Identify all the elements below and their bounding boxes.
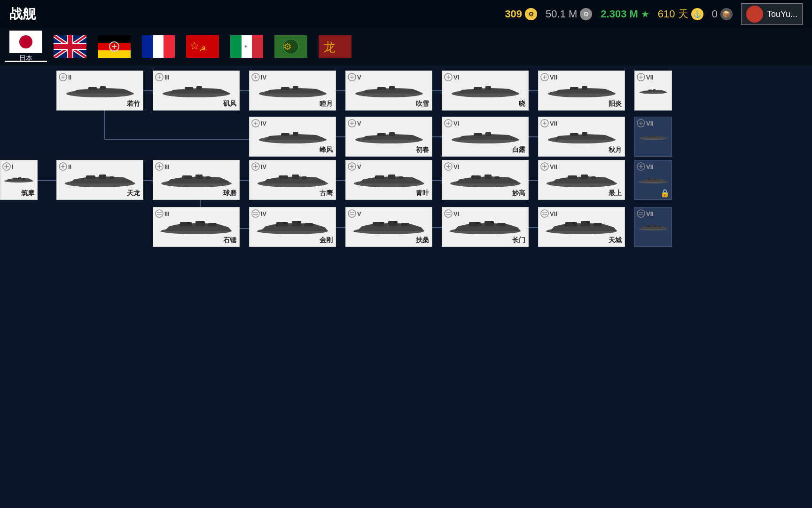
svg-point-192 [544, 166, 546, 167]
svg-point-172 [351, 166, 353, 167]
tier-badge: IV [251, 119, 266, 127]
tab-italy[interactable]: ✦ [226, 32, 268, 62]
ship-card-秋月[interactable]: VII 秋月 [538, 117, 625, 157]
connector-line [240, 90, 249, 91]
ship-card-天龙[interactable]: II 天龙 [56, 160, 143, 200]
account-box[interactable]: TouYu... [741, 3, 803, 25]
connector-line [432, 90, 442, 91]
ship-card-晓[interactable]: VI 晓 [442, 71, 529, 111]
svg-rect-46 [185, 87, 193, 90]
tier-text: VII [646, 74, 654, 81]
ship-silhouette [252, 217, 333, 235]
svg-rect-207 [657, 179, 659, 180]
svg-rect-102 [377, 133, 386, 136]
tier-text: IV [261, 210, 266, 217]
ship-card-妙高[interactable]: VI 妙高 [442, 160, 529, 200]
ship-card-峰风[interactable]: IV 峰风 [249, 117, 336, 157]
tier-badge: VII [637, 119, 654, 127]
tier-text: IV [261, 163, 266, 170]
svg-rect-167 [302, 176, 307, 179]
svg-rect-70 [474, 87, 482, 90]
tier-badge: VII [540, 119, 557, 127]
svg-rect-196 [581, 175, 588, 179]
svg-point-202 [640, 166, 642, 167]
ship-silhouette [349, 170, 429, 188]
tech-tree: II 若竹 III 矶风 IV 睦月 [0, 66, 812, 508]
ship-card-扶桑[interactable]: V 扶桑 [345, 207, 432, 247]
ship-card-长门[interactable]: VI 长门 [442, 207, 529, 247]
ship-name: 峰风 [252, 146, 333, 154]
flag-us: ⚙ [274, 35, 307, 58]
svg-rect-166 [292, 175, 299, 179]
gold-currency: 309 ⚙ [505, 8, 537, 20]
svg-rect-146 [99, 175, 106, 179]
silver-value: 50.1 M [546, 8, 577, 20]
silver-currency: 50.1 M ⚙ [546, 8, 592, 20]
ship-name: 睦月 [252, 100, 333, 108]
ship-name: 古鹰 [252, 189, 333, 198]
tier-badge: V [348, 162, 361, 171]
ship-card-?[interactable]: VII 🔒 [634, 160, 672, 200]
tab-uk[interactable] [49, 32, 91, 62]
ship-card-白露[interactable]: VI 白露 [442, 117, 529, 157]
ship-name: 石锤 [156, 236, 236, 245]
tab-france[interactable] [137, 32, 180, 62]
ship-name: 初春 [349, 146, 429, 154]
tab-pan-asia[interactable]: 龙 [314, 32, 356, 62]
svg-point-152 [158, 166, 160, 167]
ship-name: 天城 [541, 236, 622, 245]
ship-silhouette [445, 80, 525, 99]
ship-card-金刚[interactable]: IV 金刚 [249, 207, 336, 247]
ship-silhouette [60, 170, 140, 188]
ship-card-青叶[interactable]: V 青叶 [345, 160, 432, 200]
svg-rect-228 [283, 222, 286, 224]
tier-text: VII [550, 210, 557, 217]
tier-badge: IV [251, 209, 266, 218]
ship-card-?[interactable]: VII [634, 71, 672, 111]
tier-badge: VII [540, 162, 557, 171]
ship-name: 晓 [445, 100, 525, 108]
connector-line [336, 90, 345, 91]
tier-text: VII [646, 210, 654, 217]
svg-rect-18 [153, 35, 164, 58]
ship-card-筑摩[interactable]: I 筑摩 [0, 160, 38, 200]
svg-rect-111 [485, 132, 491, 136]
silver-icon: ⚙ [580, 8, 592, 20]
svg-rect-47 [196, 86, 202, 90]
ship-card-吹雪[interactable]: V 吹雪 [345, 71, 432, 111]
ship-name: 长门 [445, 236, 525, 245]
ship-card-最上[interactable]: VII 最上 [538, 160, 625, 200]
account-name: TouYu... [767, 9, 797, 19]
tier-text: VII [550, 74, 557, 81]
ship-card-古鹰[interactable]: IV 古鹰 [249, 160, 336, 200]
ship-card-石锤[interactable]: III 石锤 [153, 207, 240, 247]
ship-card-若竹[interactable]: II 若竹 [56, 71, 143, 111]
tier-badge: II [59, 73, 71, 81]
svg-rect-19 [164, 35, 175, 58]
ship-card-矶风[interactable]: III 矶风 [153, 71, 240, 111]
svg-rect-71 [485, 86, 491, 90]
ship-card-?[interactable]: VII [634, 117, 672, 157]
svg-rect-119 [582, 132, 587, 136]
tab-japan[interactable]: 日本 [5, 32, 47, 62]
svg-rect-271 [658, 226, 661, 227]
ship-card-天城[interactable]: VII 天城 [538, 207, 625, 247]
ship-card-睦月[interactable]: IV 睦月 [249, 71, 336, 111]
ship-silhouette [252, 127, 333, 145]
svg-rect-38 [88, 87, 97, 90]
ship-name: 天龙 [60, 189, 140, 198]
ship-card-阳炎[interactable]: VII 阳炎 [538, 71, 625, 111]
tier-text: III [164, 74, 170, 81]
svg-rect-94 [281, 133, 289, 136]
ship-silhouette [3, 170, 34, 188]
tier-text: V [357, 120, 361, 127]
avatar [746, 6, 763, 23]
tab-us[interactable]: ⚙ [270, 32, 312, 62]
flag-uk [54, 35, 86, 58]
tab-ussr[interactable]: ☆ ☭ [181, 32, 224, 62]
tab-germany[interactable] [93, 32, 135, 62]
ship-card-初春[interactable]: V 初春 [345, 117, 432, 157]
connector-line [336, 227, 345, 228]
ship-card-球磨[interactable]: III 球磨 [153, 160, 240, 200]
ship-card-?[interactable]: VII [634, 207, 672, 247]
